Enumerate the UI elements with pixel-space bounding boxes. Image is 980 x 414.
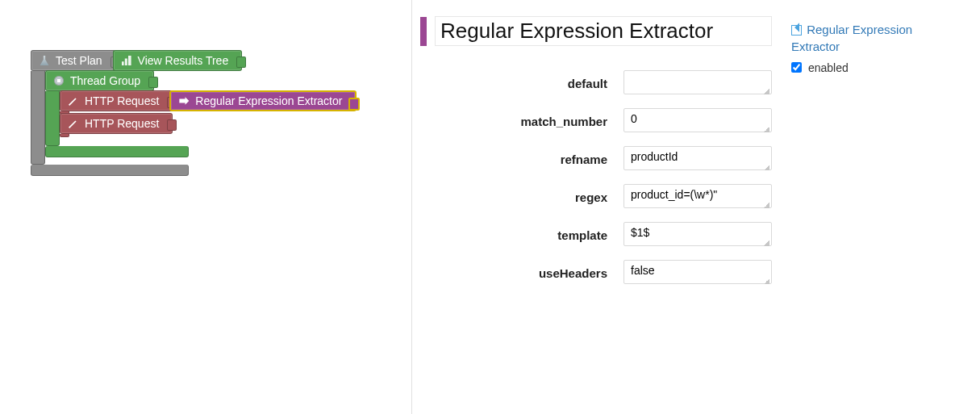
field-input-useHeaders[interactable]	[623, 260, 772, 284]
wand-icon	[69, 119, 78, 128]
block-view-results-tree[interactable]: View Results Tree	[113, 50, 243, 71]
field-label-template: template	[420, 228, 607, 242]
container-wall	[60, 134, 69, 137]
enabled-toggle[interactable]: enabled	[791, 61, 849, 74]
field-input-match_number[interactable]	[623, 108, 772, 132]
flask-icon	[40, 56, 49, 65]
field-input-regex[interactable]	[623, 184, 772, 208]
container-foot	[31, 165, 189, 176]
properties-panel: defaultmatch_numberrefnameregextemplateu…	[411, 0, 980, 414]
field-label-useHeaders: useHeaders	[420, 266, 607, 280]
block-view-results-label: View Results Tree	[138, 54, 229, 67]
breadcrumb-icon	[791, 25, 802, 36]
block-regex-extractor-label: Regular Expression Extractor	[195, 94, 342, 107]
field-label-match_number: match_number	[420, 115, 607, 128]
block-thread-group[interactable]: Thread Group	[45, 70, 154, 91]
field-label-regex: regex	[420, 190, 607, 204]
block-regex-extractor[interactable]: Regular Expression Extractor	[169, 90, 357, 111]
title-accent-bar	[420, 17, 427, 46]
breadcrumb[interactable]: Regular Expression Extractor	[791, 21, 961, 55]
field-input-default[interactable]	[623, 70, 772, 94]
enabled-label: enabled	[808, 61, 849, 74]
block-tree-panel: Test Plan View Results Tree Thread Group	[0, 0, 411, 414]
gear-icon	[54, 76, 64, 86]
block-http-request-2-label: HTTP Request	[85, 117, 159, 130]
field-input-template[interactable]	[623, 222, 772, 246]
chart-icon	[122, 56, 131, 65]
block-test-plan[interactable]: Test Plan	[31, 50, 116, 71]
properties-form: defaultmatch_numberrefnameregextemplateu…	[420, 70, 772, 286]
container-wall	[45, 91, 60, 146]
field-label-refname: refname	[420, 153, 607, 166]
field-input-refname[interactable]	[623, 146, 772, 170]
arrow-icon	[179, 96, 189, 106]
field-label-default: default	[420, 77, 607, 90]
enabled-checkbox[interactable]	[791, 62, 802, 73]
block-http-request-2[interactable]: HTTP Request	[60, 113, 173, 134]
block-http-request-1-label: HTTP Request	[85, 94, 159, 107]
block-thread-group-label: Thread Group	[70, 74, 140, 87]
breadcrumb-label: Regular Expression Extractor	[791, 23, 912, 53]
container-foot	[45, 146, 189, 157]
block-http-request-1[interactable]: HTTP Request	[60, 90, 173, 111]
element-title-input[interactable]	[435, 16, 772, 46]
block-test-plan-label: Test Plan	[56, 54, 102, 67]
container-wall	[31, 71, 45, 165]
wand-icon	[69, 96, 78, 106]
